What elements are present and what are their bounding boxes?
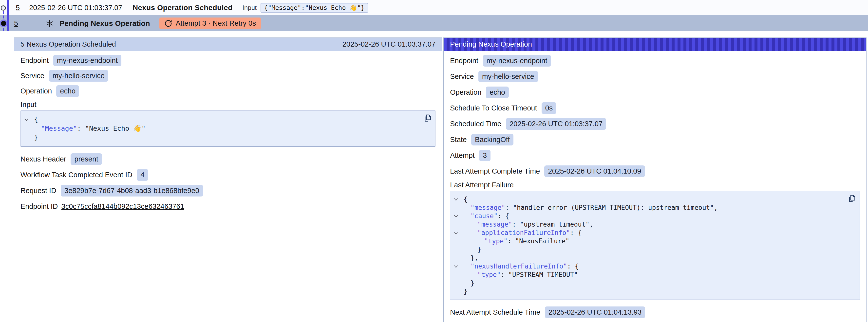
copy-button[interactable] bbox=[424, 114, 431, 122]
code-line-text: } bbox=[464, 279, 474, 287]
field-value-badge: 3 bbox=[479, 150, 491, 161]
code-line-text: } bbox=[464, 245, 482, 254]
code-gutter bbox=[454, 220, 464, 229]
field-label: Nexus Header bbox=[21, 155, 66, 163]
field-label: Service bbox=[450, 72, 474, 80]
timeline-current-node-icon bbox=[1, 21, 6, 26]
field-operation: Operationecho bbox=[450, 84, 860, 100]
code-line-text: { bbox=[34, 115, 38, 124]
code-gutter bbox=[24, 124, 34, 133]
code-line: "type": "UPSTREAM_TIMEOUT" bbox=[454, 270, 842, 279]
field-value-badge: 4 bbox=[137, 169, 148, 181]
field-value-badge: echo bbox=[56, 85, 79, 97]
code-gutter bbox=[454, 203, 464, 212]
field-endpoint-id: Endpoint ID3c0c75ccfa8144b092c13ce632463… bbox=[21, 198, 435, 214]
field-operation: Operationecho bbox=[21, 83, 435, 99]
field-request-id: Request ID3e829b7e-7d67-4b08-aad3-b1e868… bbox=[21, 183, 435, 198]
field-label: Endpoint bbox=[21, 57, 49, 65]
field-workflow-task-completed-event-id: Workflow Task Completed Event ID4 bbox=[21, 167, 435, 183]
code-line: } bbox=[454, 245, 842, 254]
next-attempt-field: Next Attempt Schedule Time2025-02-26 UTC… bbox=[450, 304, 860, 320]
pending-panel-title: Pending Nexus Operation bbox=[450, 40, 532, 48]
field-label: Next Attempt Schedule Time bbox=[450, 308, 540, 316]
scheduled-panel-header: 5 Nexus Operation Scheduled 2025-02-26 U… bbox=[14, 38, 442, 51]
field-label: Workflow Task Completed Event ID bbox=[21, 171, 132, 179]
field-scheduled-time: Scheduled Time2025-02-26 UTC 01:03:37.07 bbox=[450, 116, 860, 132]
event-input-chip[interactable]: {"Message":"Nexus Echo 👋"} bbox=[260, 3, 368, 12]
pending-asterisk-icon bbox=[45, 19, 54, 28]
field-service: Servicemy-hello-service bbox=[450, 68, 860, 84]
collapse-chevron-icon[interactable] bbox=[454, 229, 464, 237]
event-input-label: Input bbox=[243, 4, 257, 11]
code-line: "cause": { bbox=[454, 212, 842, 220]
failure-json-block: {"message": "handler error (UPSTREAM_TIM… bbox=[450, 191, 860, 300]
scheduled-panel-timestamp: 2025-02-26 UTC 01:03:37.07 bbox=[342, 40, 435, 48]
pending-event-title: Pending Nexus Operation bbox=[59, 19, 150, 28]
code-gutter bbox=[454, 237, 464, 245]
collapse-chevron-icon[interactable] bbox=[454, 195, 464, 203]
input-section-label: Input bbox=[21, 99, 435, 110]
collapse-chevron-icon[interactable] bbox=[24, 115, 34, 124]
code-line: "message": "handler error (UPSTREAM_TIME… bbox=[454, 203, 842, 212]
code-line: } bbox=[454, 279, 842, 287]
code-line: } bbox=[24, 133, 418, 142]
scheduled-detail-panel: 5 Nexus Operation Scheduled 2025-02-26 U… bbox=[14, 37, 442, 322]
field-label: Operation bbox=[21, 87, 52, 95]
code-line: "Message": "Nexus Echo 👋" bbox=[24, 124, 418, 133]
input-json-block: {"Message": "Nexus Echo 👋"} bbox=[21, 110, 435, 147]
field-state: StateBackingOff bbox=[450, 132, 860, 148]
retry-badge-text: Attempt 3 · Next Retry 0s bbox=[176, 19, 256, 27]
code-line: "applicationFailureInfo": { bbox=[454, 229, 842, 237]
code-line-text: "message": "upstream timeout", bbox=[464, 220, 593, 229]
pending-panel-header: Pending Nexus Operation bbox=[444, 38, 866, 51]
field-label: Operation bbox=[450, 88, 482, 96]
code-line: }, bbox=[454, 254, 842, 262]
code-line-text: "type": "UPSTREAM_TIMEOUT" bbox=[464, 270, 578, 279]
timeline-event-node-icon bbox=[1, 5, 6, 10]
field-label: Attempt bbox=[450, 151, 475, 160]
field-value-badge: 2025-02-26 UTC 01:04:13.93 bbox=[545, 307, 645, 318]
field-next-attempt-schedule-time: Next Attempt Schedule Time2025-02-26 UTC… bbox=[450, 304, 860, 320]
event-row-scheduled[interactable]: 5 2025-02-26 UTC 01:03:37.07 Nexus Opera… bbox=[0, 0, 868, 15]
field-value-badge: 3e829b7e-7d67-4b08-aad3-b1e868bfe9e0 bbox=[61, 185, 203, 196]
field-label: Endpoint bbox=[450, 57, 478, 65]
field-value-badge: present bbox=[70, 153, 102, 165]
collapse-chevron-icon[interactable] bbox=[454, 262, 464, 270]
field-value-badge: echo bbox=[486, 87, 509, 98]
code-line: "nexusHandlerFailureInfo": { bbox=[454, 262, 842, 270]
event-timestamp: 2025-02-26 UTC 01:03:37.07 bbox=[29, 4, 122, 12]
failure-section-label: Last Attempt Failure bbox=[450, 179, 860, 191]
collapse-chevron-icon[interactable] bbox=[454, 212, 464, 220]
pending-fields: Endpointmy-nexus-endpointServicemy-hello… bbox=[450, 53, 860, 179]
field-value-badge: BackingOff bbox=[471, 134, 514, 146]
code-line-text: "Message": "Nexus Echo 👋" bbox=[34, 124, 146, 133]
scheduled-panel-title: 5 Nexus Operation Scheduled bbox=[21, 40, 116, 48]
field-value-badge: 0s bbox=[541, 102, 557, 114]
code-line: { bbox=[24, 115, 418, 124]
retry-icon bbox=[164, 20, 172, 27]
field-last-attempt-complete-time: Last Attempt Complete Time2025-02-26 UTC… bbox=[450, 163, 860, 179]
field-label: Service bbox=[21, 72, 44, 80]
code-line-text: { bbox=[464, 195, 468, 203]
retry-status-badge: Attempt 3 · Next Retry 0s bbox=[159, 18, 261, 29]
event-row-pending[interactable]: 5 Pending Nexus Operation Attempt 3 · Ne… bbox=[0, 15, 868, 31]
copy-icon bbox=[848, 195, 856, 203]
event-detail-panels: 5 Nexus Operation Scheduled 2025-02-26 U… bbox=[14, 37, 867, 322]
event-id-link[interactable]: 5 bbox=[14, 19, 18, 27]
code-gutter bbox=[454, 270, 464, 279]
code-gutter bbox=[454, 254, 464, 262]
code-line-text: "type": "NexusFailure" bbox=[464, 237, 569, 245]
field-endpoint: Endpointmy-nexus-endpoint bbox=[21, 53, 435, 68]
copy-button[interactable] bbox=[848, 195, 856, 203]
event-name: Nexus Operation Scheduled bbox=[132, 3, 232, 12]
code-line-text: "nexusHandlerFailureInfo": { bbox=[464, 262, 579, 270]
field-value-badge: my-hello-service bbox=[478, 71, 538, 82]
timeline-active-bar bbox=[7, 0, 9, 31]
field-label: Scheduled Time bbox=[450, 120, 501, 128]
field-endpoint: Endpointmy-nexus-endpoint bbox=[450, 53, 860, 68]
field-value-link[interactable]: 3c0c75ccfa8144b092c13ce632463761 bbox=[61, 202, 184, 211]
field-value-badge: my-nexus-endpoint bbox=[483, 55, 551, 67]
field-label: Last Attempt Complete Time bbox=[450, 167, 540, 175]
event-id-link[interactable]: 5 bbox=[16, 4, 20, 12]
scheduled-fields: Endpointmy-nexus-endpointServicemy-hello… bbox=[21, 53, 435, 99]
